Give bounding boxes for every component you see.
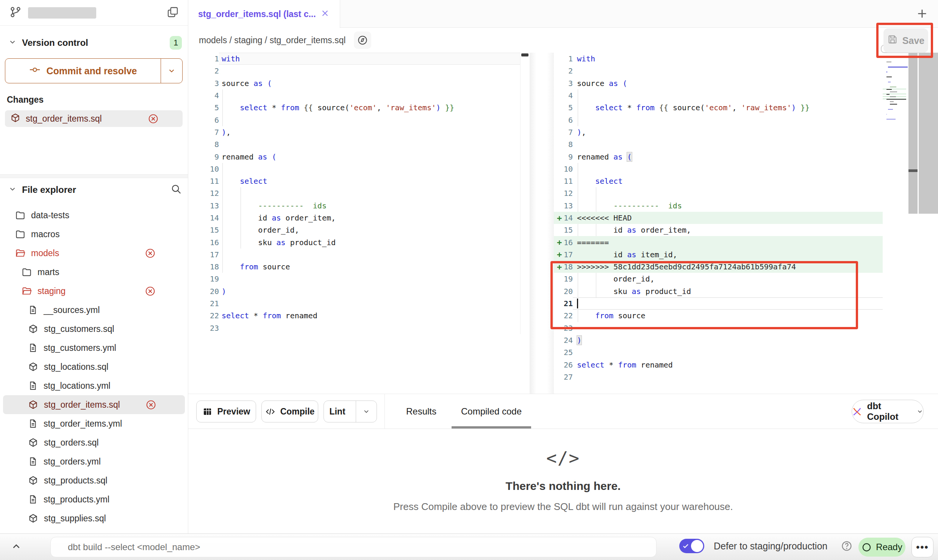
code-line-4[interactable]: 4 xyxy=(188,89,520,102)
file-tree-item-models[interactable]: models xyxy=(0,244,188,263)
tab-results[interactable]: Results xyxy=(400,394,442,429)
lint-dropdown-button[interactable] xyxy=(356,401,377,422)
code-line-7[interactable]: 7), xyxy=(188,126,520,138)
file-tree-item-stg-order-items-sql[interactable]: stg_order_items.sql xyxy=(3,395,185,414)
dbt-command-input[interactable]: dbt build --select <model_name> xyxy=(50,537,657,557)
code-line-13[interactable]: 13 ---------- ids xyxy=(554,200,883,212)
code-line-24[interactable]: 24) xyxy=(554,334,883,346)
code-line-11[interactable]: 11 select xyxy=(554,175,883,187)
code-line-10[interactable]: 10 xyxy=(188,163,520,175)
code-line-16[interactable]: 16 sku as product_id xyxy=(188,236,520,248)
pane-divider[interactable] xyxy=(530,53,554,394)
code-line-19[interactable]: 19 order_id, xyxy=(554,273,883,285)
search-icon[interactable] xyxy=(170,183,182,196)
code-line-11[interactable]: 11 select xyxy=(188,175,520,187)
changed-file-row[interactable]: stg_order_items.sql xyxy=(5,110,183,127)
file-tree-item--sources-yml[interactable]: __sources.yml xyxy=(0,300,188,319)
code-line-6[interactable]: 6 xyxy=(554,114,883,126)
file-explorer-header[interactable]: File explorer xyxy=(8,181,182,199)
code-line-17[interactable]: +17 id as item_id, xyxy=(554,249,883,261)
code-line-21[interactable]: 21 xyxy=(188,297,520,310)
code-line-3[interactable]: 3source as ( xyxy=(554,77,883,89)
file-tree-item-staging[interactable]: staging xyxy=(0,282,188,300)
code-line-2[interactable]: 2 xyxy=(188,65,520,77)
file-tree-item-stg-orders-sql[interactable]: stg_orders.sql xyxy=(0,433,188,452)
code-line-12[interactable]: 12 xyxy=(188,187,520,199)
discard-change-icon[interactable] xyxy=(145,399,156,413)
lint-button[interactable]: Lint xyxy=(324,400,377,422)
copy-icon[interactable] xyxy=(167,6,179,20)
code-line-8[interactable]: 8 xyxy=(188,138,520,150)
lineage-button[interactable] xyxy=(354,31,371,49)
code-line-14[interactable]: 14 id as order_item, xyxy=(188,212,520,224)
code-line-4[interactable]: 4 xyxy=(554,89,883,102)
minimap[interactable] xyxy=(883,53,907,394)
file-tree-item-data-tests[interactable]: data-tests xyxy=(0,206,188,225)
save-button[interactable]: Save xyxy=(883,28,928,53)
code-line-27[interactable]: 27 xyxy=(554,371,883,383)
code-line-7[interactable]: 7), xyxy=(554,126,883,138)
file-tree-item-stg-orders-yml[interactable]: stg_orders.yml xyxy=(0,452,188,471)
code-line-20[interactable]: 20) xyxy=(188,285,520,297)
code-line-3[interactable]: 3source as ( xyxy=(188,77,520,89)
code-line-22[interactable]: 22 from source xyxy=(554,310,883,322)
discard-change-icon[interactable] xyxy=(145,248,156,261)
git-branch-icon[interactable] xyxy=(9,6,22,20)
scrollbar-thumb[interactable] xyxy=(521,53,528,56)
code-line-10[interactable]: 10 xyxy=(554,163,883,175)
compile-button[interactable]: Compile xyxy=(261,400,318,422)
discard-change-icon[interactable] xyxy=(148,113,159,126)
code-line-1[interactable]: 1with xyxy=(554,53,883,65)
code-line-26[interactable]: 26select * from renamed xyxy=(554,358,883,371)
code-line-21[interactable]: 21 xyxy=(554,297,883,310)
tab-stg-order-items[interactable]: stg_order_items.sql (last c... xyxy=(188,0,340,28)
window-scrollbar[interactable] xyxy=(919,53,938,214)
code-line-5[interactable]: 5 select * from {{ source('ecom', 'raw_i… xyxy=(554,102,883,114)
commit-and-resolve-button[interactable]: Commit and resolve xyxy=(5,58,183,83)
discard-change-icon[interactable] xyxy=(145,286,156,299)
code-line-15[interactable]: 15 order_id, xyxy=(188,224,520,236)
new-tab-icon[interactable] xyxy=(915,7,929,22)
code-line-15[interactable]: 15 id as order_item, xyxy=(554,224,883,236)
version-control-header[interactable]: Version control 1 xyxy=(8,34,182,52)
defer-toggle[interactable] xyxy=(679,539,704,553)
code-line-19[interactable]: 19 xyxy=(188,273,520,285)
code-line-14[interactable]: +14<<<<<<< HEAD xyxy=(554,212,883,224)
code-line-8[interactable]: 8 xyxy=(554,138,883,150)
code-line-16[interactable]: +16======= xyxy=(554,236,883,248)
file-tree-item-marts[interactable]: marts xyxy=(0,263,188,282)
tab-compiled-code[interactable]: Compiled code xyxy=(453,394,529,429)
file-tree-item-stg-locations-sql[interactable]: stg_locations.sql xyxy=(0,357,188,376)
file-tree-item-stg-customers-sql[interactable]: stg_customers.sql xyxy=(0,319,188,338)
code-line-18[interactable]: 18 from source xyxy=(188,261,520,273)
code-line-25[interactable]: 25 xyxy=(554,346,883,358)
file-tree-item-stg-products-sql[interactable]: stg_products.sql xyxy=(0,471,188,490)
left-pane-scrollbar[interactable] xyxy=(520,53,529,334)
chevron-up-icon[interactable] xyxy=(11,541,22,554)
code-line-1[interactable]: 1with xyxy=(188,53,520,65)
code-line-9[interactable]: 9renamed as ( xyxy=(188,150,520,163)
file-tree-item-macros[interactable]: macros xyxy=(0,225,188,244)
code-line-9[interactable]: 9renamed as ( xyxy=(554,150,883,163)
code-line-12[interactable]: 12 xyxy=(554,187,883,199)
close-icon[interactable] xyxy=(320,8,330,20)
code-line-6[interactable]: 6 xyxy=(188,114,520,126)
connection-status-badge[interactable]: Ready xyxy=(858,538,905,557)
file-tree-item-stg-supplies-sql[interactable]: stg_supplies.sql xyxy=(0,509,188,528)
editor-scrollbar[interactable] xyxy=(908,53,918,214)
file-tree-item-stg-products-yml[interactable]: stg_products.yml xyxy=(0,490,188,509)
preview-button[interactable]: Preview xyxy=(196,400,256,422)
editor-pane-last-commit[interactable]: 1with23source as (45 select * from {{ so… xyxy=(188,53,520,334)
code-line-2[interactable]: 2 xyxy=(554,65,883,77)
code-line-23[interactable]: 23 xyxy=(188,322,520,334)
file-tree-item-stg-order-items-yml[interactable]: stg_order_items.yml xyxy=(0,414,188,433)
code-line-20[interactable]: 20 sku as product_id xyxy=(554,285,883,297)
code-line-17[interactable]: 17 xyxy=(188,249,520,261)
file-tree-item-stg-customers-yml[interactable]: stg_customers.yml xyxy=(0,338,188,357)
commit-dropdown-button[interactable] xyxy=(161,59,182,83)
code-line-13[interactable]: 13 ---------- ids xyxy=(188,200,520,212)
file-tree-item-stg-locations-yml[interactable]: stg_locations.yml xyxy=(0,376,188,395)
editor-pane-current[interactable]: 1with23source as (45 select * from {{ so… xyxy=(554,53,883,383)
code-line-22[interactable]: 22select * from renamed xyxy=(188,310,520,322)
code-line-23[interactable]: 23 xyxy=(554,322,883,334)
